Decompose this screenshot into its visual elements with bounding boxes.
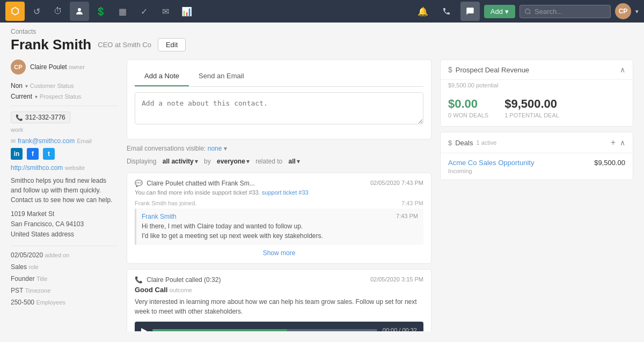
won-label: 0 WON DEALS — [448, 112, 488, 118]
all-dropdown[interactable]: all ▾ — [289, 158, 300, 165]
deals-actions: + ∧ — [611, 138, 625, 147]
call-date: 02/05/2020 3:15 PM — [370, 276, 423, 282]
customer-status-row: Non ▾ Customer Status — [11, 82, 118, 90]
chat-title: 💬 Claire Poulet chatted with Frank Sm... — [135, 180, 255, 187]
everyone-dropdown[interactable]: everyone ▾ — [217, 158, 250, 165]
tab-send-email[interactable]: Send an Email — [189, 66, 254, 86]
social-icons: in f t — [11, 148, 118, 160]
chat-nav-icon[interactable] — [460, 2, 480, 21]
reports-nav-icon[interactable]: 📊 — [177, 2, 196, 21]
all-activity-dropdown[interactable]: all activity ▾ — [163, 158, 198, 165]
main-content: CP Claire Poulet owner Non ▾ Customer St… — [0, 60, 644, 342]
tasks-nav-icon[interactable]: ✓ — [134, 2, 153, 21]
employees-field: 250-500 Employees — [11, 299, 118, 306]
potential-label: $9,500.00 potential — [441, 80, 633, 90]
center-area: Add a Note Send an Email Email conversat… — [127, 60, 431, 331]
page-header: Frank Smith CEO at Smith Co Edit — [0, 36, 644, 60]
call-outcome: Good Call — [135, 286, 167, 294]
role-field: Sales role — [11, 263, 118, 271]
play-button[interactable]: ▶ — [141, 326, 147, 331]
call-item-header: 📞 Claire Poulet called (0:32) 02/05/2020… — [135, 276, 423, 284]
deal-name[interactable]: Acme Co Sales Opportunity — [448, 159, 534, 167]
add-deal-button[interactable]: + — [611, 138, 616, 147]
audio-time: 00:00 / 00:32 — [383, 327, 417, 331]
tab-add-note[interactable]: Add a Note — [135, 66, 189, 86]
prospect-deal-card: $ Prospect Deal Revenue ∧ $9,500.00 pote… — [440, 60, 633, 127]
edit-button[interactable]: Edit — [158, 38, 186, 51]
undo-icon[interactable]: ↺ — [27, 2, 46, 21]
joined-time: 7:43 PM — [401, 200, 423, 206]
add-button[interactable]: Add ▾ — [484, 5, 515, 18]
svg-line-2 — [529, 13, 530, 14]
phone-field: 📞 312-332-3776 work — [11, 111, 118, 133]
bell-icon[interactable]: 🔔 — [413, 2, 433, 21]
prospect-status-row: Current ▾ Prospect Status — [11, 93, 118, 100]
svg-point-1 — [525, 9, 530, 13]
deal-card-title: $ Prospect Deal Revenue — [448, 65, 529, 74]
activity-call-item: 📞 Claire Poulet called (0:32) 02/05/2020… — [127, 269, 431, 331]
email-visibility-dropdown[interactable]: ▾ — [224, 145, 227, 152]
show-more-link[interactable]: Show more — [263, 249, 296, 257]
facebook-icon[interactable]: f — [27, 148, 39, 160]
deals-dollar-icon: $ — [448, 139, 452, 147]
deal-stage: Incoming — [448, 168, 534, 174]
website-link[interactable]: http://smithco.com — [11, 164, 63, 172]
address-field: 1019 Market St San Francisco, CA 94103 U… — [11, 209, 118, 240]
outcome-label: outcome — [170, 287, 192, 293]
activity-tabs: Add a Note Send an Email — [135, 66, 423, 87]
chat-bubble: Frank Smith 7:43 PM Hi there, I met with… — [135, 209, 423, 245]
customer-status-label: Customer Status — [30, 83, 74, 89]
prospect-status-label: Prospect Status — [40, 93, 82, 100]
deals-section: $ Deals 1 active + ∧ Acme Co Sales Oppor… — [440, 132, 633, 180]
svg-point-0 — [78, 8, 81, 11]
phone-label: work — [11, 127, 118, 133]
avatar[interactable]: CP — [615, 3, 631, 19]
potential-deals-label: 1 POTENTIAL DEAL — [504, 112, 559, 118]
progress-bar[interactable] — [152, 329, 377, 331]
customer-status-dropdown[interactable]: ▾ — [25, 83, 28, 89]
bio-text: Smithco helps you find new leads and fol… — [11, 176, 118, 205]
email-link[interactable]: frank@smithco.com — [18, 137, 75, 145]
note-textarea[interactable] — [135, 92, 423, 124]
revenue-card-toggle[interactable]: ∧ — [620, 65, 625, 74]
prospect-status-value[interactable]: Current — [11, 93, 32, 100]
avatar-dropdown[interactable]: ▾ — [635, 8, 639, 15]
support-ticket-link[interactable]: support ticket #33 — [262, 189, 309, 196]
twitter-icon[interactable]: t — [43, 148, 55, 160]
phone-badge[interactable]: 📞 312-332-3776 — [11, 111, 70, 123]
brand-logo[interactable]: ⬡ — [5, 2, 25, 21]
phone-icon[interactable] — [437, 2, 456, 21]
linkedin-icon[interactable]: in — [11, 148, 23, 160]
contact-subtitle: CEO at Smith Co — [98, 41, 151, 49]
search-input[interactable] — [535, 8, 604, 16]
owner-name: Claire Poulet — [30, 63, 67, 71]
contacts-nav-icon[interactable] — [70, 2, 89, 21]
title-field: Founder Title — [11, 275, 118, 282]
search-box[interactable] — [519, 5, 611, 18]
chat-sender: Frank Smith — [142, 213, 177, 220]
progress-fill — [152, 329, 287, 331]
potential-amount: $9,500.00 — [504, 97, 559, 111]
email-label: Email — [77, 138, 92, 144]
deals-toggle[interactable]: ∧ — [620, 138, 625, 147]
deals-title: $ Deals 1 active — [448, 139, 496, 147]
deal-card-header: $ Prospect Deal Revenue ∧ — [441, 60, 633, 80]
clock-icon[interactable]: ⏱ — [48, 2, 68, 21]
potential-deals: $9,500.00 1 POTENTIAL DEAL — [504, 97, 559, 118]
email-visibility-link[interactable]: none — [208, 145, 222, 152]
deal-amount: $9,500.00 — [594, 159, 625, 167]
customer-status-value[interactable]: Non — [11, 82, 23, 90]
calendar-nav-icon[interactable]: ▦ — [113, 2, 132, 21]
prospect-status-dropdown[interactable]: ▾ — [35, 94, 38, 100]
chat-sender-time: 7:43 PM — [396, 213, 418, 220]
chat-item-header: 💬 Claire Poulet chatted with Frank Sm...… — [135, 180, 423, 187]
website-field: http://smithco.com website — [11, 164, 118, 172]
added-on-field: 02/05/2020 added on — [11, 251, 118, 259]
top-navigation: ⬡ ↺ ⏱ 💲 ▦ ✓ ✉ 📊 🔔 Add ▾ CP ▾ — [0, 0, 644, 23]
breadcrumb: Contacts — [0, 23, 644, 36]
joined-text: Frank Smith has joined. — [135, 200, 197, 206]
search-icon — [524, 8, 531, 15]
messages-nav-icon[interactable]: ✉ — [156, 2, 175, 21]
deals-nav-icon[interactable]: 💲 — [91, 2, 111, 21]
deal-row: Acme Co Sales Opportunity Incoming $9,50… — [441, 153, 633, 180]
